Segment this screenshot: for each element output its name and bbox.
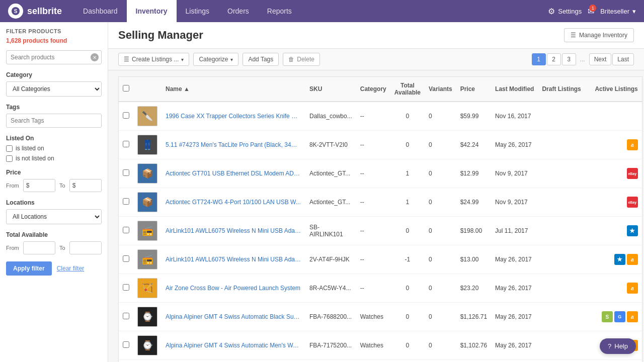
notification-count: 1: [589, 5, 596, 12]
manage-inventory-button[interactable]: ☰ Manage Inventory: [564, 28, 634, 42]
delete-label: Delete: [297, 56, 314, 63]
last-modified-cell: May 26, 2017: [491, 331, 538, 360]
products-found: 1,628 products found: [6, 37, 102, 44]
clear-filter-button[interactable]: Clear filter: [57, 265, 85, 272]
row-checkbox[interactable]: [123, 284, 129, 291]
product-name-link[interactable]: Actiontec GT724-WG 4-Port 10/100 LAN USB…: [166, 199, 301, 206]
nav-links: Dashboard Inventory Listings Orders Repo…: [74, 0, 548, 22]
select-all-checkbox[interactable]: [123, 85, 129, 92]
row-checkbox[interactable]: [123, 255, 129, 262]
product-name-link[interactable]: 1996 Case XX Trapper Collectors Series K…: [166, 113, 301, 120]
sku-cell: MFN-768820...: [305, 360, 356, 363]
is-not-listed-on-checkbox[interactable]: [6, 155, 13, 162]
search-products-section: ✕: [6, 50, 102, 64]
locations-select[interactable]: All Locations: [6, 209, 102, 224]
price-from-wrap: $: [23, 179, 55, 192]
product-name-link[interactable]: 5.11 #74273 Men's TacLite Pro Pant (Blac…: [166, 141, 301, 148]
pagination-ellipsis: ...: [577, 54, 588, 65]
sku-header: SKU: [305, 77, 356, 102]
category-cell: --: [356, 217, 390, 245]
page-2-button[interactable]: 2: [547, 53, 561, 65]
table-body: 🔪1996 Case XX Trapper Collectors Series …: [119, 102, 642, 362]
total-from-input[interactable]: [23, 241, 55, 254]
row-checkbox[interactable]: [123, 198, 129, 205]
category-cell: --: [356, 274, 390, 303]
nav-listings[interactable]: Listings: [177, 0, 218, 22]
add-tags-button[interactable]: Add Tags: [243, 53, 279, 66]
variants-cell: 0: [425, 217, 456, 245]
row-checkbox[interactable]: [123, 112, 129, 119]
marketplace-icons: eBay: [589, 168, 638, 179]
notification-icon[interactable]: ✉ 1: [588, 7, 594, 16]
delete-button[interactable]: 🗑 Delete: [283, 53, 320, 66]
sku-cell: SB-AIRLINK101: [305, 217, 356, 245]
apply-filter-button[interactable]: Apply filter: [6, 261, 52, 276]
active-listings-cell: eBay: [585, 159, 642, 188]
name-header[interactable]: Name ▲: [162, 77, 305, 102]
user-label: Briteseller: [600, 8, 629, 15]
tags-input[interactable]: [6, 114, 102, 128]
product-cell: 5.11 #74273 Men's TacLite Pro Pant (Blac…: [166, 141, 301, 148]
create-listings-button[interactable]: ☰ Create Listings ... ▾: [118, 53, 189, 66]
row-checkbox[interactable]: [123, 341, 129, 348]
categorize-button[interactable]: Categorize ▾: [193, 53, 238, 66]
product-cell: Actiontec GT724-WG 4-Port 10/100 LAN USB…: [166, 199, 301, 206]
total-available-cell: 0: [390, 274, 425, 303]
nav-dashboard[interactable]: Dashboard: [74, 0, 127, 22]
variants-cell: 0: [425, 159, 456, 188]
sku-cell: FBA-7688200...: [305, 303, 356, 331]
last-modified-cell: Jul 11, 2017: [491, 217, 538, 245]
nav-orders[interactable]: Orders: [218, 0, 258, 22]
row-checkbox[interactable]: [123, 169, 129, 176]
category-cell: --: [356, 131, 390, 159]
nav-reports[interactable]: Reports: [258, 0, 301, 22]
last-modified-cell: May 26, 2017: [491, 245, 538, 274]
chevron-down-icon-2: ▾: [230, 57, 233, 62]
variants-cell: 0: [425, 245, 456, 274]
table-row: 👖5.11 #74273 Men's TacLite Pro Pant (Bla…: [119, 131, 642, 159]
product-name-link[interactable]: Alpina Alpiner GMT 4 Swiss Automatic Bla…: [166, 313, 301, 320]
last-page-button[interactable]: Last: [612, 53, 634, 65]
product-image: 👖: [137, 135, 157, 155]
help-icon: ?: [608, 342, 611, 350]
category-select[interactable]: All Categories: [6, 81, 102, 97]
product-name-link[interactable]: Air Zone Cross Bow - Air Powered Launch …: [166, 285, 300, 292]
active-listings-cell: ★: [585, 217, 642, 245]
page-title: Selling Manager: [118, 29, 203, 42]
last-modified-cell: May 26, 2017: [491, 131, 538, 159]
price-cell: $12.99: [456, 159, 491, 188]
chevron-down-icon: ▾: [181, 57, 184, 62]
total-to-input[interactable]: [69, 241, 102, 254]
product-name-link[interactable]: Alpina Alpiner GMT 4 Swiss Automatic Men…: [166, 342, 301, 349]
chevron-down-icon: ▾: [632, 8, 636, 15]
settings-link[interactable]: ⚙ Settings: [548, 7, 582, 16]
variants-cell: 0: [425, 188, 456, 217]
toolbar: ☰ Create Listings ... ▾ Categorize ▾ Add…: [108, 49, 644, 70]
logo: S sellbrite: [8, 4, 62, 19]
top-navigation: S sellbrite Dashboard Inventory Listings…: [0, 0, 644, 22]
row-checkbox[interactable]: [123, 141, 129, 147]
is-listed-on-checkbox[interactable]: [6, 145, 13, 152]
draft-listings-cell: [538, 159, 585, 188]
product-name-link[interactable]: AirLink101 AWLL6075 Wireless N Mini USB …: [166, 227, 301, 234]
help-button[interactable]: ? Help: [600, 338, 636, 354]
total-available-cell: 0: [390, 131, 425, 159]
search-products-input[interactable]: [6, 50, 102, 64]
next-page-button[interactable]: Next: [589, 53, 612, 65]
row-checkbox[interactable]: [123, 313, 129, 319]
nav-inventory[interactable]: Inventory: [127, 0, 177, 22]
product-cell: Alpina Alpiner GMT 4 Swiss Automatic Bla…: [166, 313, 301, 320]
trash-icon: 🗑: [288, 56, 294, 63]
row-checkbox[interactable]: [123, 227, 129, 233]
search-clear-button[interactable]: ✕: [91, 53, 99, 61]
page-1-button[interactable]: 1: [532, 53, 546, 65]
user-menu[interactable]: Briteseller ▾: [600, 8, 636, 15]
total-available-cell: 0: [390, 303, 425, 331]
price-label: Price: [6, 169, 102, 176]
variants-cell: 0: [425, 102, 456, 131]
page-3-button[interactable]: 3: [562, 53, 576, 65]
product-name-link[interactable]: Actiontec GT701 USB Ethernet DSL Modem A…: [166, 170, 301, 177]
active-listings-cell: a: [585, 274, 642, 303]
product-name-link[interactable]: AirLink101 AWLL6075 Wireless N Mini USB …: [166, 256, 301, 263]
active-listings-header: Active Listings: [585, 77, 642, 102]
